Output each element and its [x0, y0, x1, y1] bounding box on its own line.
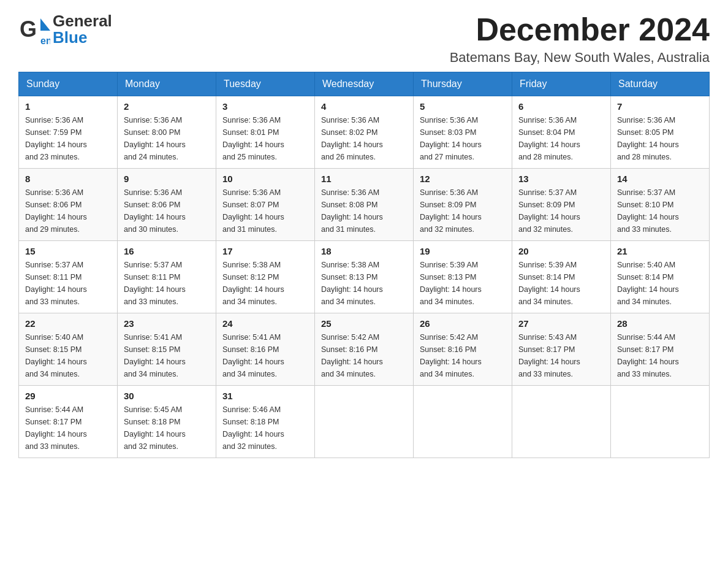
- day-number: 27: [518, 318, 604, 329]
- day-number: 6: [518, 101, 604, 112]
- day-number: 5: [420, 101, 506, 112]
- day-info: Sunrise: 5:36 AM Sunset: 7:59 PM Dayligh…: [25, 114, 111, 163]
- day-number: 8: [25, 174, 111, 184]
- day-info: Sunrise: 5:46 AM Sunset: 8:18 PM Dayligh…: [222, 404, 308, 453]
- calendar-cell: 27 Sunrise: 5:43 AM Sunset: 8:17 PM Dayl…: [512, 313, 611, 386]
- day-number: 28: [617, 318, 703, 329]
- day-number: 16: [124, 246, 210, 256]
- day-info: Sunrise: 5:37 AM Sunset: 8:11 PM Dayligh…: [25, 259, 111, 308]
- day-info: Sunrise: 5:36 AM Sunset: 8:05 PM Dayligh…: [617, 114, 703, 163]
- calendar-cell: 26 Sunrise: 5:42 AM Sunset: 8:16 PM Dayl…: [414, 313, 512, 386]
- calendar-cell: 5 Sunrise: 5:36 AM Sunset: 8:03 PM Dayli…: [414, 96, 512, 169]
- day-number: 17: [222, 246, 308, 256]
- svg-marker-1: [40, 18, 50, 31]
- day-number: 9: [124, 174, 210, 184]
- day-info: Sunrise: 5:36 AM Sunset: 8:06 PM Dayligh…: [25, 186, 111, 236]
- day-info: Sunrise: 5:38 AM Sunset: 8:13 PM Dayligh…: [321, 259, 407, 308]
- day-info: Sunrise: 5:41 AM Sunset: 8:16 PM Dayligh…: [222, 331, 308, 380]
- location-title: Batemans Bay, New South Wales, Australia: [450, 50, 710, 66]
- day-number: 18: [321, 246, 407, 256]
- day-info: Sunrise: 5:40 AM Sunset: 8:14 PM Dayligh…: [617, 259, 703, 308]
- day-info: Sunrise: 5:39 AM Sunset: 8:14 PM Dayligh…: [518, 259, 604, 308]
- day-number: 2: [124, 101, 210, 112]
- day-number: 11: [321, 174, 407, 184]
- day-info: Sunrise: 5:36 AM Sunset: 8:08 PM Dayligh…: [321, 186, 407, 236]
- day-info: Sunrise: 5:40 AM Sunset: 8:15 PM Dayligh…: [25, 331, 111, 380]
- calendar-cell: 23 Sunrise: 5:41 AM Sunset: 8:15 PM Dayl…: [118, 313, 216, 386]
- calendar-cell: 1 Sunrise: 5:36 AM Sunset: 7:59 PM Dayli…: [19, 96, 118, 169]
- day-info: Sunrise: 5:36 AM Sunset: 8:09 PM Dayligh…: [420, 186, 506, 236]
- day-info: Sunrise: 5:36 AM Sunset: 8:01 PM Dayligh…: [222, 114, 308, 163]
- day-number: 22: [25, 318, 111, 329]
- header-sunday: Sunday: [19, 72, 118, 96]
- week-row-5: 29 Sunrise: 5:44 AM Sunset: 8:17 PM Dayl…: [19, 386, 710, 458]
- calendar-cell: [414, 386, 512, 458]
- header-tuesday: Tuesday: [216, 72, 315, 96]
- day-info: Sunrise: 5:36 AM Sunset: 8:06 PM Dayligh…: [124, 186, 210, 236]
- calendar-cell: 28 Sunrise: 5:44 AM Sunset: 8:17 PM Dayl…: [611, 313, 710, 386]
- calendar-cell: 6 Sunrise: 5:36 AM Sunset: 8:04 PM Dayli…: [512, 96, 611, 169]
- day-number: 13: [518, 174, 604, 184]
- calendar-cell: 8 Sunrise: 5:36 AM Sunset: 8:06 PM Dayli…: [19, 169, 118, 241]
- week-row-2: 8 Sunrise: 5:36 AM Sunset: 8:06 PM Dayli…: [19, 169, 710, 241]
- day-info: Sunrise: 5:44 AM Sunset: 8:17 PM Dayligh…: [25, 404, 111, 453]
- day-info: Sunrise: 5:43 AM Sunset: 8:17 PM Dayligh…: [518, 331, 604, 380]
- day-info: Sunrise: 5:39 AM Sunset: 8:13 PM Dayligh…: [420, 259, 506, 308]
- calendar-cell: 31 Sunrise: 5:46 AM Sunset: 8:18 PM Dayl…: [216, 386, 315, 458]
- calendar-cell: 22 Sunrise: 5:40 AM Sunset: 8:15 PM Dayl…: [19, 313, 118, 386]
- header-saturday: Saturday: [611, 72, 710, 96]
- svg-text:eneral: eneral: [40, 36, 50, 45]
- day-number: 19: [420, 246, 506, 256]
- logo-area: G eneral General Blue: [18, 12, 112, 46]
- day-number: 23: [124, 318, 210, 329]
- day-number: 30: [124, 391, 210, 401]
- calendar-cell: 30 Sunrise: 5:45 AM Sunset: 8:18 PM Dayl…: [118, 386, 216, 458]
- calendar-cell: 11 Sunrise: 5:36 AM Sunset: 8:08 PM Dayl…: [315, 169, 414, 241]
- day-number: 21: [617, 246, 703, 256]
- day-number: 14: [617, 174, 703, 184]
- calendar-cell: 16 Sunrise: 5:37 AM Sunset: 8:11 PM Dayl…: [118, 241, 216, 313]
- day-number: 3: [222, 101, 308, 112]
- week-row-3: 15 Sunrise: 5:37 AM Sunset: 8:11 PM Dayl…: [19, 241, 710, 313]
- day-number: 26: [420, 318, 506, 329]
- day-info: Sunrise: 5:44 AM Sunset: 8:17 PM Dayligh…: [617, 331, 703, 380]
- day-info: Sunrise: 5:36 AM Sunset: 8:04 PM Dayligh…: [518, 114, 604, 163]
- day-number: 10: [222, 174, 308, 184]
- week-row-4: 22 Sunrise: 5:40 AM Sunset: 8:15 PM Dayl…: [19, 313, 710, 386]
- calendar-cell: 15 Sunrise: 5:37 AM Sunset: 8:11 PM Dayl…: [19, 241, 118, 313]
- calendar-cell: 2 Sunrise: 5:36 AM Sunset: 8:00 PM Dayli…: [118, 96, 216, 169]
- calendar-cell: [512, 386, 611, 458]
- calendar-cell: [611, 386, 710, 458]
- day-number: 31: [222, 391, 308, 401]
- day-info: Sunrise: 5:42 AM Sunset: 8:16 PM Dayligh…: [321, 331, 407, 380]
- calendar-cell: 20 Sunrise: 5:39 AM Sunset: 8:14 PM Dayl…: [512, 241, 611, 313]
- calendar-cell: 17 Sunrise: 5:38 AM Sunset: 8:12 PM Dayl…: [216, 241, 315, 313]
- svg-text:G: G: [20, 17, 37, 42]
- day-number: 7: [617, 101, 703, 112]
- calendar-cell: [315, 386, 414, 458]
- calendar-cell: 14 Sunrise: 5:37 AM Sunset: 8:10 PM Dayl…: [611, 169, 710, 241]
- calendar-cell: 4 Sunrise: 5:36 AM Sunset: 8:02 PM Dayli…: [315, 96, 414, 169]
- day-info: Sunrise: 5:45 AM Sunset: 8:18 PM Dayligh…: [124, 404, 210, 453]
- calendar-cell: 19 Sunrise: 5:39 AM Sunset: 8:13 PM Dayl…: [414, 241, 512, 313]
- title-area: December 2024 Batemans Bay, New South Wa…: [450, 12, 710, 66]
- header-monday: Monday: [118, 72, 216, 96]
- logo-general-text: General: [53, 12, 112, 30]
- day-info: Sunrise: 5:42 AM Sunset: 8:16 PM Dayligh…: [420, 331, 506, 380]
- header-thursday: Thursday: [414, 72, 512, 96]
- weekday-header-row: Sunday Monday Tuesday Wednesday Thursday…: [19, 72, 710, 96]
- day-info: Sunrise: 5:36 AM Sunset: 8:02 PM Dayligh…: [321, 114, 407, 163]
- week-row-1: 1 Sunrise: 5:36 AM Sunset: 7:59 PM Dayli…: [19, 96, 710, 169]
- calendar-cell: 3 Sunrise: 5:36 AM Sunset: 8:01 PM Dayli…: [216, 96, 315, 169]
- calendar-cell: 10 Sunrise: 5:36 AM Sunset: 8:07 PM Dayl…: [216, 169, 315, 241]
- calendar-cell: 9 Sunrise: 5:36 AM Sunset: 8:06 PM Dayli…: [118, 169, 216, 241]
- day-info: Sunrise: 5:37 AM Sunset: 8:09 PM Dayligh…: [518, 186, 604, 236]
- day-number: 12: [420, 174, 506, 184]
- day-number: 15: [25, 246, 111, 256]
- day-number: 4: [321, 101, 407, 112]
- logo-icon: G eneral: [18, 13, 50, 45]
- calendar-table: Sunday Monday Tuesday Wednesday Thursday…: [18, 72, 710, 458]
- logo-blue-text: Blue: [53, 29, 112, 47]
- calendar-cell: 18 Sunrise: 5:38 AM Sunset: 8:13 PM Dayl…: [315, 241, 414, 313]
- calendar-cell: 24 Sunrise: 5:41 AM Sunset: 8:16 PM Dayl…: [216, 313, 315, 386]
